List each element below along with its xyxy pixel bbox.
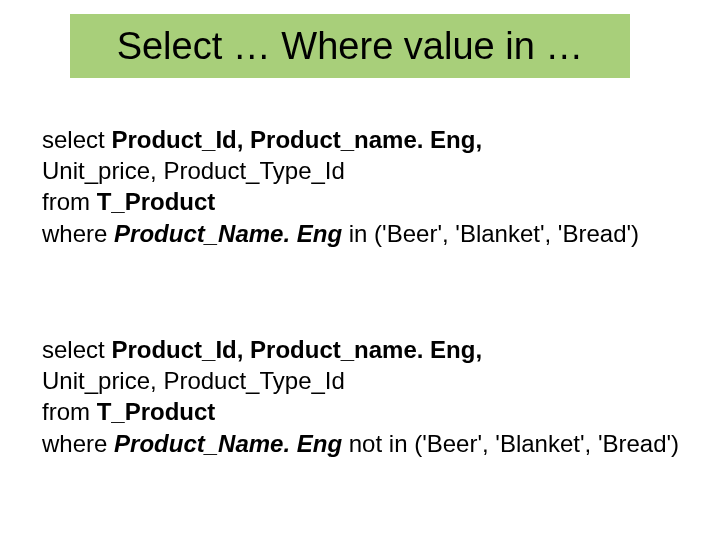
query-line: where Product_Name. Eng not in ('Beer', … <box>42 428 679 459</box>
from-keyword: from <box>42 188 97 215</box>
slide-title: Select … Where value in … <box>117 25 584 68</box>
from-table: T_Product <box>97 188 216 215</box>
query-line: from T_Product <box>42 396 679 427</box>
where-column: Product_Name. Eng <box>114 220 342 247</box>
title-banner: Select … Where value in … <box>70 14 630 78</box>
select-keyword: select <box>42 336 111 363</box>
query-line: select Product_Id, Product_name. Eng, <box>42 334 679 365</box>
sql-query-in: select Product_Id, Product_name. Eng, Un… <box>42 124 639 249</box>
select-columns: Product_Id, Product_name. Eng, <box>111 336 482 363</box>
query-line: where Product_Name. Eng in ('Beer', 'Bla… <box>42 218 639 249</box>
from-keyword: from <box>42 398 97 425</box>
from-table: T_Product <box>97 398 216 425</box>
select-columns: Product_Id, Product_name. Eng, <box>111 126 482 153</box>
where-keyword: where <box>42 220 114 247</box>
query-line: select Product_Id, Product_name. Eng, <box>42 124 639 155</box>
where-keyword: where <box>42 430 114 457</box>
where-column: Product_Name. Eng <box>114 430 342 457</box>
select-keyword: select <box>42 126 111 153</box>
slide: Select … Where value in … select Product… <box>0 0 720 540</box>
query-line: Unit_price, Product_Type_Id <box>42 365 679 396</box>
sql-query-not-in: select Product_Id, Product_name. Eng, Un… <box>42 334 679 459</box>
query-line: Unit_price, Product_Type_Id <box>42 155 639 186</box>
where-predicate: in ('Beer', 'Blanket', 'Bread') <box>342 220 639 247</box>
query-line: from T_Product <box>42 186 639 217</box>
where-predicate: not in ('Beer', 'Blanket', 'Bread') <box>342 430 679 457</box>
